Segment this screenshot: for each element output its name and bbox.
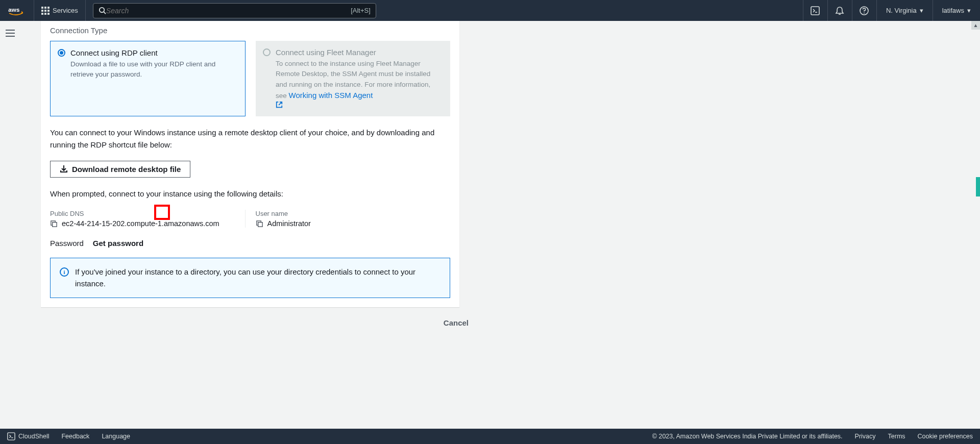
- svg-rect-13: [53, 222, 57, 226]
- connection-panel: Connection Type Connect using RDP client…: [41, 21, 459, 307]
- footer-bar: CloudShell Feedback Language © 2023, Ama…: [0, 429, 980, 444]
- top-nav: aws Services [Alt+S] N. Virginia ▾ latif…: [0, 0, 980, 21]
- download-icon: [60, 165, 68, 173]
- prompt-text: When prompted, connect to your instance …: [50, 188, 450, 200]
- services-label: Services: [53, 7, 78, 14]
- chevron-down-icon: ▾: [920, 7, 923, 14]
- feedback-tab[interactable]: [976, 177, 980, 196]
- svg-line-11: [279, 102, 282, 105]
- username-value: Administrator: [267, 219, 311, 228]
- cancel-button[interactable]: Cancel: [444, 318, 469, 327]
- terminal-icon: [7, 432, 15, 440]
- username-label: User name: [256, 210, 440, 217]
- services-menu[interactable]: Services: [34, 0, 86, 21]
- connection-type-heading: Connection Type: [50, 21, 450, 41]
- password-label: Password: [50, 239, 84, 248]
- cookie-prefs-link[interactable]: Cookie preferences: [918, 433, 973, 440]
- option-desc: To connect to the instance using Fleet M…: [276, 59, 442, 108]
- public-dns-value: ec2-44-214-15-202.compute-1.amazonaws.co…: [62, 219, 219, 228]
- feedback-link[interactable]: Feedback: [61, 433, 89, 440]
- svg-line-2: [104, 12, 106, 14]
- account-menu[interactable]: latifaws ▾: [933, 0, 980, 21]
- terms-link[interactable]: Terms: [888, 433, 905, 440]
- info-text: If you've joined your instance to a dire…: [75, 266, 440, 289]
- instruction-text: You can connect to your Windows instance…: [50, 127, 450, 151]
- search-kbd-hint: [Alt+S]: [351, 7, 371, 14]
- svg-rect-15: [258, 222, 262, 226]
- svg-text:aws: aws: [8, 6, 19, 12]
- radio-rdp-client[interactable]: [58, 49, 65, 57]
- option-rdp-client[interactable]: Connect using RDP client Download a file…: [50, 41, 246, 116]
- copyright-text: © 2023, Amazon Web Services India Privat…: [652, 433, 843, 440]
- region-label: N. Virginia: [886, 7, 917, 14]
- language-link[interactable]: Language: [102, 433, 130, 440]
- search-icon: [99, 7, 106, 14]
- public-dns-label: Public DNS: [50, 210, 235, 217]
- info-icon: i: [60, 267, 69, 277]
- chevron-down-icon: ▾: [967, 7, 971, 14]
- copy-icon[interactable]: [256, 220, 263, 228]
- cloudshell-button[interactable]: [803, 0, 827, 21]
- radio-fleet-manager: [263, 48, 271, 56]
- option-title: Connect using Fleet Manager: [276, 48, 376, 57]
- external-link-icon: [276, 101, 283, 108]
- privacy-link[interactable]: Privacy: [855, 433, 876, 440]
- get-password-link[interactable]: Get password: [93, 239, 143, 248]
- cloudshell-link[interactable]: CloudShell: [7, 432, 49, 440]
- option-desc: Download a file to use with your RDP cli…: [70, 59, 237, 80]
- svg-point-7: [864, 12, 865, 13]
- download-rdp-button[interactable]: Download remote desktop file: [50, 161, 190, 178]
- copy-icon[interactable]: [50, 220, 58, 228]
- search-box[interactable]: [Alt+S]: [93, 3, 376, 18]
- option-fleet-manager: Connect using Fleet Manager To connect t…: [256, 41, 450, 116]
- search-input[interactable]: [106, 7, 371, 15]
- svg-point-1: [100, 8, 104, 12]
- option-title: Connect using RDP client: [70, 48, 158, 57]
- help-button[interactable]: [852, 0, 876, 21]
- side-menu-toggle[interactable]: [0, 21, 20, 45]
- ssm-agent-link[interactable]: Working with SSM Agent: [276, 91, 442, 109]
- region-selector[interactable]: N. Virginia ▾: [876, 0, 933, 21]
- scroll-up-arrow[interactable]: ▲: [971, 21, 980, 30]
- notifications-button[interactable]: [827, 0, 852, 21]
- info-alert: i If you've joined your instance to a di…: [50, 258, 450, 298]
- apps-icon: [41, 7, 50, 15]
- account-label: latifaws: [942, 7, 964, 14]
- aws-logo[interactable]: aws: [0, 0, 34, 21]
